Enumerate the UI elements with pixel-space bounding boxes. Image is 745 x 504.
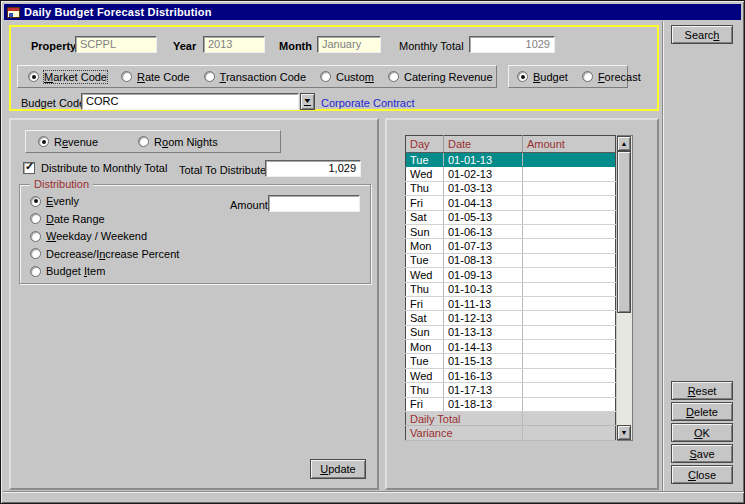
amount-cell[interactable]	[523, 282, 616, 296]
amount-cell[interactable]	[523, 325, 616, 339]
amount-label: Amount	[230, 199, 268, 211]
total-to-distribute-field[interactable]: 1,029	[265, 160, 361, 177]
amount-cell[interactable]	[523, 196, 616, 210]
table-row[interactable]: Thu 01-10-13	[406, 282, 616, 296]
budget-code-description: Corporate Contract	[321, 97, 415, 109]
amount-cell[interactable]	[523, 224, 616, 238]
dropdown-underline	[304, 105, 311, 106]
scrollbar-thumb[interactable]	[617, 151, 631, 313]
date-cell: 01-11-13	[444, 296, 523, 310]
amount-cell[interactable]	[523, 383, 616, 397]
table-row[interactable]: Sun 01-13-13	[406, 325, 616, 339]
date-cell: 01-02-13	[444, 167, 523, 181]
scroll-up-icon[interactable]: ▲	[617, 136, 631, 151]
mode-radio-option[interactable]: Budget	[517, 71, 568, 83]
amount-cell[interactable]	[523, 239, 616, 253]
distribution-radio-option[interactable]: Budget Item	[30, 265, 179, 277]
save-button[interactable]: Save	[671, 444, 733, 463]
combo-dropdown-button[interactable]: ▼	[300, 93, 315, 110]
radio-icon	[517, 71, 528, 82]
day-cell: Sun	[406, 224, 444, 238]
radio-icon	[30, 248, 41, 259]
amount-cell[interactable]	[523, 153, 616, 167]
table-row[interactable]: Sun 01-06-13	[406, 224, 616, 238]
category-radio-option[interactable]: Rate Code	[121, 71, 190, 83]
date-cell: 01-08-13	[444, 253, 523, 267]
scrollbar-track[interactable]	[617, 151, 632, 425]
budget-code-combo: CORC ▼	[81, 93, 315, 110]
table-row[interactable]: Mon 01-07-13	[406, 239, 616, 253]
year-field[interactable]: 2013	[203, 36, 265, 53]
date-cell: 01-12-13	[444, 311, 523, 325]
radio-icon	[30, 213, 41, 224]
date-cell: 01-09-13	[444, 268, 523, 282]
distribution-radio-option[interactable]: Date Range	[30, 213, 179, 225]
radio-icon	[582, 71, 593, 82]
category-radio-option[interactable]: Catering Revenue	[388, 71, 493, 83]
update-button[interactable]: Update	[310, 459, 366, 479]
table-row[interactable]: Sat 01-05-13	[406, 210, 616, 224]
amount-column-header[interactable]: Amount	[523, 136, 616, 153]
scroll-down-icon[interactable]: ▼	[617, 425, 631, 440]
table-row[interactable]: Fri 01-04-13	[406, 196, 616, 210]
amount-cell[interactable]	[523, 311, 616, 325]
mode-radio-option[interactable]: Forecast	[582, 71, 641, 83]
measure-radio-option[interactable]: Room Nights	[138, 136, 218, 148]
amount-cell[interactable]	[523, 397, 616, 411]
amount-field[interactable]	[268, 195, 360, 212]
table-row[interactable]: Wed 01-09-13	[406, 268, 616, 282]
monthly-total-label: Monthly Total	[399, 40, 464, 52]
date-cell: 01-13-13	[444, 325, 523, 339]
amount-cell[interactable]	[523, 296, 616, 310]
table-row[interactable]: Mon 01-14-13	[406, 340, 616, 354]
day-cell: Tue	[406, 354, 444, 368]
day-cell: Thu	[406, 383, 444, 397]
table-row[interactable]: Thu 01-17-13	[406, 383, 616, 397]
amount-cell[interactable]	[523, 340, 616, 354]
delete-button[interactable]: Delete	[671, 402, 733, 421]
close-button[interactable]: Close	[671, 465, 733, 484]
amount-cell[interactable]	[523, 253, 616, 267]
day-cell: Mon	[406, 239, 444, 253]
amount-cell[interactable]	[523, 167, 616, 181]
amount-cell[interactable]	[523, 354, 616, 368]
month-field[interactable]: January	[317, 36, 381, 53]
property-field[interactable]: SCPPL	[75, 36, 157, 53]
day-cell: Wed	[406, 268, 444, 282]
footer-label-cell: Daily Total	[406, 412, 523, 426]
app-icon	[7, 7, 20, 18]
distribution-radio-option[interactable]: Evenly	[30, 195, 179, 207]
search-button[interactable]: Search	[671, 25, 733, 44]
ok-button[interactable]: OK	[671, 423, 733, 442]
table-row[interactable]: Sat 01-12-13	[406, 311, 616, 325]
day-cell: Fri	[406, 296, 444, 310]
table-row[interactable]: Fri 01-11-13	[406, 296, 616, 310]
table-row[interactable]: Tue 01-08-13	[406, 253, 616, 267]
day-column-header[interactable]: Day	[406, 136, 444, 153]
monthly-total-field[interactable]: 1029	[469, 36, 555, 53]
table-row[interactable]: Fri 01-18-13	[406, 397, 616, 411]
budget-code-value[interactable]: CORC	[81, 93, 299, 110]
table-row[interactable]: Tue 01-01-13	[406, 153, 616, 167]
amount-cell[interactable]	[523, 268, 616, 282]
distribute-checkbox[interactable]: ✓	[23, 162, 35, 174]
category-radio-option[interactable]: Transaction Code	[204, 71, 306, 83]
category-radio-option[interactable]: Custom	[320, 71, 374, 83]
measure-radio-option[interactable]: Revenue	[38, 136, 98, 148]
table-row[interactable]: Tue 01-15-13	[406, 354, 616, 368]
table-scrollbar[interactable]: ▲ ▼	[617, 135, 633, 441]
day-cell: Sat	[406, 311, 444, 325]
amount-cell[interactable]	[523, 210, 616, 224]
table-row[interactable]: Wed 01-02-13	[406, 167, 616, 181]
category-radio-option[interactable]: Market Code	[28, 71, 107, 83]
day-cell: Fri	[406, 196, 444, 210]
table-row[interactable]: Wed 01-16-13	[406, 368, 616, 382]
reset-button[interactable]: Reset	[671, 381, 733, 400]
distribution-radio-option[interactable]: Decrease/Increase Percent	[30, 248, 179, 260]
amount-cell[interactable]	[523, 181, 616, 195]
distribution-radio-option[interactable]: Weekday / Weekend	[30, 230, 179, 242]
date-column-header[interactable]: Date	[444, 136, 523, 153]
amount-cell[interactable]	[523, 368, 616, 382]
radio-icon	[30, 231, 41, 242]
table-row[interactable]: Thu 01-03-13	[406, 181, 616, 195]
